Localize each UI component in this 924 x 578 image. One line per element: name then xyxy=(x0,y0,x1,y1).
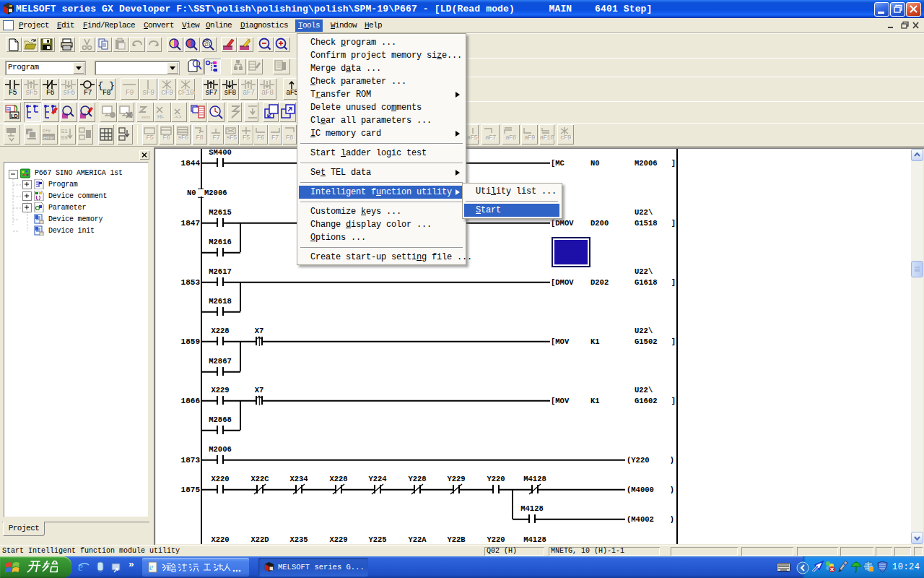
svg-text:SM400: SM400 xyxy=(209,149,232,157)
svg-text:[MOV: [MOV xyxy=(551,337,570,346)
svg-text:X235: X235 xyxy=(289,535,308,544)
svg-text:-<>: -<> xyxy=(174,114,182,119)
svg-text:e: e xyxy=(149,562,154,572)
svg-text:): ) xyxy=(670,486,674,494)
svg-text:(M4002: (M4002 xyxy=(627,515,654,524)
svg-text:]: ] xyxy=(671,397,676,405)
svg-text:1859: 1859 xyxy=(181,337,200,346)
svg-text:c+v: c+v xyxy=(43,128,51,133)
svg-text:K1: K1 xyxy=(590,337,600,346)
svg-text:G1618: G1618 xyxy=(635,278,658,287)
svg-text:Y22A: Y22A xyxy=(408,535,427,544)
svg-text:M2867: M2867 xyxy=(209,357,232,366)
svg-text:M2615: M2615 xyxy=(209,208,232,217)
svg-text:X229: X229 xyxy=(329,535,347,544)
svg-text:X220: X220 xyxy=(211,535,229,544)
svg-text:G1602: G1602 xyxy=(635,397,658,405)
svg-text:[MOV: [MOV xyxy=(551,397,570,405)
svg-text:U22\: U22\ xyxy=(635,327,653,335)
svg-text:Y225: Y225 xyxy=(368,535,386,544)
svg-text:M4128: M4128 xyxy=(523,535,546,544)
svg-text:]: ] xyxy=(671,219,676,228)
svg-text:): ) xyxy=(670,515,674,524)
svg-text:xxxx: xxxx xyxy=(141,115,150,119)
svg-text:M2868: M2868 xyxy=(209,415,232,424)
svg-text:1844: 1844 xyxy=(181,159,201,168)
svg-text:U22\: U22\ xyxy=(635,267,653,276)
svg-text:Y229: Y229 xyxy=(447,475,465,483)
svg-text:Y220: Y220 xyxy=(487,535,505,544)
svg-text:M2617: M2617 xyxy=(209,267,232,276)
svg-text:X22D: X22D xyxy=(250,535,269,544)
svg-text:X22C: X22C xyxy=(250,475,269,483)
svg-text:]: ] xyxy=(671,337,676,346)
svg-text:X220: X220 xyxy=(211,475,229,483)
svg-text:Y220: Y220 xyxy=(487,475,505,483)
svg-text:[DMOV: [DMOV xyxy=(551,219,574,228)
svg-text:): ) xyxy=(670,456,674,465)
svg-text:1873: 1873 xyxy=(181,456,201,465)
svg-text:[MC: [MC xyxy=(551,159,565,168)
svg-text:K1: K1 xyxy=(590,397,600,405)
svg-text:1853: 1853 xyxy=(181,278,201,287)
svg-text:N0: N0 xyxy=(187,189,196,197)
svg-text:X234: X234 xyxy=(289,475,308,483)
svg-text:]: ] xyxy=(671,278,676,287)
svg-text:S9: S9 xyxy=(61,134,68,141)
svg-text:N0: N0 xyxy=(590,159,600,168)
svg-text:X7: X7 xyxy=(255,386,264,394)
svg-text:Y22B: Y22B xyxy=(447,535,466,544)
svg-text:X228: X228 xyxy=(329,475,347,483)
svg-text:[DMOV: [DMOV xyxy=(551,278,574,287)
svg-text:U22\: U22\ xyxy=(635,386,653,394)
svg-text:123: 123 xyxy=(204,43,211,47)
svg-text:(Y220: (Y220 xyxy=(627,456,650,465)
svg-text:S1: S1 xyxy=(61,128,68,134)
svg-text:X229: X229 xyxy=(211,386,229,394)
svg-text:M4128: M4128 xyxy=(520,504,544,513)
svg-text:LD: LD xyxy=(11,113,17,118)
svg-text:1875: 1875 xyxy=(181,486,201,494)
svg-text:X7: X7 xyxy=(255,327,264,335)
svg-text:M2006: M2006 xyxy=(209,445,232,454)
svg-text:]: ] xyxy=(671,159,676,168)
svg-text:X228: X228 xyxy=(211,327,229,335)
svg-text:M2618: M2618 xyxy=(209,297,232,306)
svg-text:G1502: G1502 xyxy=(635,337,658,346)
svg-text:1866: 1866 xyxy=(181,397,200,405)
svg-text:M2616: M2616 xyxy=(209,238,232,246)
svg-text:(M4000: (M4000 xyxy=(627,486,654,494)
svg-text:1847: 1847 xyxy=(181,219,200,228)
svg-text:error: error xyxy=(43,135,54,140)
svg-text:HI-: HI- xyxy=(157,114,165,119)
svg-text:D202: D202 xyxy=(590,278,609,287)
svg-text:Y228: Y228 xyxy=(408,475,426,483)
svg-text:e: e xyxy=(78,561,83,573)
svg-text:Y224: Y224 xyxy=(368,475,386,483)
svg-text:M2006: M2006 xyxy=(635,159,658,168)
svg-text:M4128: M4128 xyxy=(523,475,546,483)
svg-text:U22\: U22\ xyxy=(635,208,653,217)
svg-text:M2006: M2006 xyxy=(204,189,227,197)
svg-text:D200: D200 xyxy=(590,219,609,228)
svg-text:G1518: G1518 xyxy=(635,219,658,228)
